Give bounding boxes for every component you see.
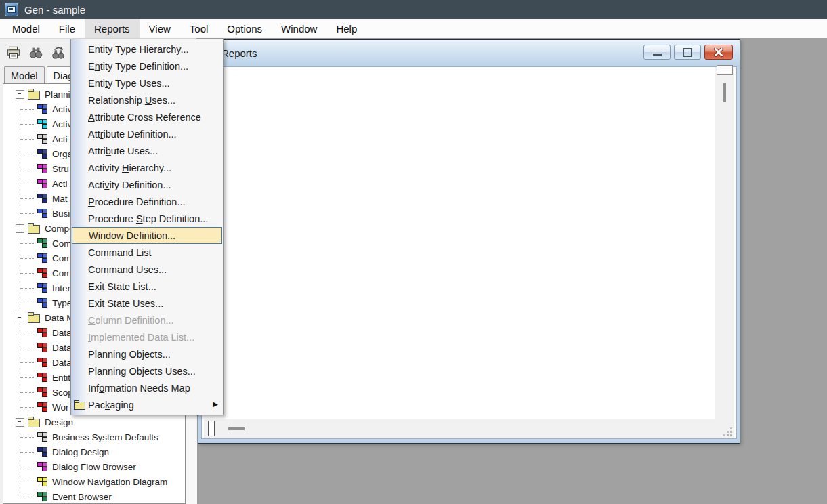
menu-item-label: Packaging <box>88 400 134 411</box>
find-button[interactable] <box>27 44 45 62</box>
print-button[interactable] <box>5 44 22 62</box>
folder-icon <box>28 91 40 100</box>
tree-item-label: Business System Defaults <box>52 432 158 442</box>
tree-item-label: Com <box>52 253 72 264</box>
menubar-item-reports[interactable]: Reports <box>85 19 140 38</box>
tree-item-label: Event Browser <box>52 492 112 502</box>
expand-toggle[interactable] <box>16 418 24 427</box>
horizontal-scrollbar-thumb[interactable] <box>228 427 245 430</box>
menubar-item-view[interactable]: View <box>140 19 180 38</box>
diagram-red-icon <box>37 328 47 337</box>
diagram-yellow-icon <box>37 477 47 486</box>
tree-item-window-navigation-diagram[interactable]: Window Navigation Diagram <box>3 474 185 489</box>
reports-content-area <box>201 66 737 439</box>
tree-connector <box>20 467 35 467</box>
tree-item-label: Com <box>52 268 72 278</box>
folder-icon <box>28 314 40 323</box>
menu-item-label: Information Needs Map <box>88 383 190 394</box>
tree-connector <box>20 154 35 154</box>
folder-icon <box>28 419 40 427</box>
menu-item-window-definition[interactable]: Window Definition... <box>72 227 222 244</box>
menu-item-label: Procedure Step Definition... <box>88 213 208 224</box>
tree-connector <box>20 243 35 244</box>
menu-item-activity-hierarchy[interactable]: Activity Hierarchy... <box>71 159 223 176</box>
tree-item-label: Window Navigation Diagram <box>52 477 167 487</box>
tree-item-dialog-flow-browser[interactable]: Dialog Flow Browser <box>3 459 185 474</box>
tree-item-label: Compo <box>45 224 75 234</box>
scrollbar-split-box <box>208 421 215 436</box>
tree-connector <box>20 377 35 378</box>
expand-toggle[interactable] <box>16 224 24 233</box>
resize-grip[interactable] <box>723 427 732 436</box>
menubar-item-help[interactable]: Help <box>326 19 366 38</box>
tree-item-dialog-design[interactable]: Dialog Design <box>3 444 185 459</box>
diagram-gray-icon <box>37 134 47 144</box>
menu-item-exit-state-list[interactable]: Exit State List... <box>71 278 223 295</box>
menubar-item-tool[interactable]: Tool <box>180 19 218 38</box>
minimize-icon <box>653 54 662 56</box>
menu-item-information-needs-map[interactable]: Information Needs Map <box>71 379 223 396</box>
tree-item-label: Orga <box>52 149 72 159</box>
menu-item-procedure-step-definition[interactable]: Procedure Step Definition... <box>71 210 223 227</box>
minimize-button[interactable] <box>643 45 671 60</box>
tree-connector <box>20 213 35 214</box>
menu-item-attribute-cross-reference[interactable]: Attribute Cross Reference <box>71 108 223 125</box>
menu-item-activity-definition[interactable]: Activity Definition... <box>71 176 223 193</box>
tree-connector <box>20 198 35 199</box>
find-icon <box>28 45 43 60</box>
tree-connector <box>20 124 35 125</box>
menu-item-packaging[interactable]: Packaging▶ <box>71 396 223 413</box>
menu-item-procedure-definition[interactable]: Procedure Definition... <box>71 193 223 210</box>
menu-item-entity-type-definition[interactable]: Entity Type Definition... <box>71 58 223 75</box>
menu-item-label: Activity Hierarchy... <box>88 163 171 173</box>
tree-item-label: Inter <box>52 283 70 293</box>
tree-item-event-browser[interactable]: Event Browser <box>3 489 185 504</box>
tree-item-business-system-defaults[interactable]: Business System Defaults <box>3 429 185 444</box>
diagram-red-icon <box>37 268 47 278</box>
app-icon <box>5 3 18 16</box>
menu-item-command-uses[interactable]: Command Uses... <box>71 261 223 278</box>
menu-item-planning-objects[interactable]: Planning Objects... <box>71 345 223 362</box>
menu-item-attribute-uses[interactable]: Attribute Uses... <box>71 142 223 159</box>
vertical-scrollbar[interactable] <box>715 67 734 419</box>
menu-item-attribute-definition[interactable]: Attribute Definition... <box>71 125 223 142</box>
menubar-item-model[interactable]: Model <box>3 19 49 38</box>
menu-item-command-list[interactable]: Command List <box>71 244 223 261</box>
close-button[interactable] <box>704 45 733 60</box>
tree-connector <box>20 273 35 274</box>
tree-connector <box>20 109 35 110</box>
expand-toggle[interactable] <box>16 314 24 322</box>
reports-window-titlebar[interactable]: Reports <box>198 40 740 66</box>
diagram-navy-icon <box>37 447 47 457</box>
menu-item-implemented-data-list: Implemented Data List... <box>71 329 223 345</box>
menubar-item-options[interactable]: Options <box>217 19 272 38</box>
menu-item-label: Exit State Uses... <box>88 298 163 309</box>
tree-item-label: Dialog Design <box>52 447 109 457</box>
maximize-button[interactable] <box>674 45 701 60</box>
menu-item-exit-state-uses[interactable]: Exit State Uses... <box>71 295 223 312</box>
tree-item-label: Data <box>52 358 72 368</box>
diagram-cyan-icon <box>37 119 47 129</box>
folder-icon <box>28 225 40 234</box>
menu-item-planning-objects-uses[interactable]: Planning Objects Uses... <box>71 362 223 379</box>
tree-item-label: Wor <box>52 402 69 413</box>
menu-item-entity-type-hierarchy[interactable]: Entity Type Hierarchy... <box>71 41 223 58</box>
vertical-scrollbar-thumb[interactable] <box>723 83 726 102</box>
horizontal-scrollbar[interactable] <box>204 419 734 438</box>
tree-item-design[interactable]: Design <box>3 415 185 429</box>
tree-item-label: Stru <box>52 164 69 174</box>
menu-item-entity-type-uses[interactable]: Entity Type Uses... <box>71 75 223 91</box>
find-next-button[interactable] <box>49 44 67 62</box>
folder-icon <box>74 402 85 410</box>
tree-item-label: Entit <box>52 373 70 383</box>
tree-connector <box>20 184 35 184</box>
diagram-blue-icon <box>37 283 47 293</box>
menu-item-relationship-uses[interactable]: Relationship Uses... <box>71 91 223 108</box>
menubar-item-window[interactable]: Window <box>272 19 326 38</box>
expand-toggle[interactable] <box>16 90 24 99</box>
menubar-item-file[interactable]: File <box>49 19 85 38</box>
diagram-blue-icon <box>37 209 47 218</box>
tab-model[interactable]: Model <box>4 66 45 84</box>
tree-connector <box>20 139 35 140</box>
scrollbar-split-box <box>717 65 733 75</box>
